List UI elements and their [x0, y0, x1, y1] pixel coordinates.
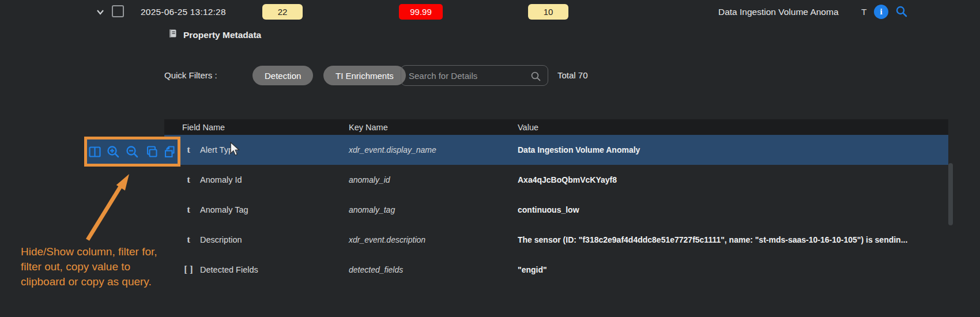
key-name: detected_fields: [349, 265, 518, 274]
table-header: Field Name Key Name Value: [164, 119, 948, 135]
field-name: Description: [200, 235, 242, 244]
copy-as-query-icon[interactable]: [162, 144, 178, 160]
text-type-icon: t: [183, 204, 194, 216]
annotation-arrow: [74, 169, 143, 246]
search-input-icon: [530, 70, 542, 82]
vertical-scrollbar-thumb[interactable]: [948, 163, 953, 225]
filter-out-zoom-out-icon[interactable]: [125, 144, 140, 160]
array-type-icon: [ ]: [183, 264, 194, 276]
field-name: Anomaly Id: [200, 175, 242, 184]
field-name: Anomaly Tag: [200, 205, 248, 214]
alert-severity-badge: 10: [528, 4, 568, 20]
key-name: anomaly_tag: [349, 205, 518, 214]
field-value: Axa4qJcBoQbmVcKYayf8: [518, 175, 948, 184]
alert-checkbox[interactable]: [112, 5, 124, 17]
book-icon: [167, 28, 178, 41]
key-name: xdr_event.description: [349, 235, 518, 244]
alert-timestamp: 2025-06-25 13:12:28: [141, 7, 226, 17]
col-header-field-name: Field Name: [164, 123, 349, 132]
hide-show-column-icon[interactable]: [87, 144, 103, 160]
field-name: Detected Fields: [200, 265, 258, 274]
table-row[interactable]: tAlert Type xdr_event.display_name Data …: [164, 135, 948, 165]
text-type-icon: t: [183, 234, 194, 246]
search-icon[interactable]: [895, 5, 909, 21]
panel-title: Property Metadata: [167, 28, 261, 41]
chevron-down-icon[interactable]: [95, 6, 106, 20]
filter-for-zoom-in-icon[interactable]: [106, 144, 122, 160]
total-count: Total 70: [557, 70, 588, 80]
key-name: anomaly_id: [349, 175, 518, 184]
copy-to-clipboard-icon[interactable]: [144, 144, 159, 160]
quick-filters-label: Quick Filters :: [164, 70, 217, 80]
details-search-input[interactable]: [401, 66, 548, 85]
info-icon[interactable]: i: [874, 5, 888, 19]
table-row[interactable]: [ ]Detected Fields detected_fields "engi…: [164, 255, 948, 285]
col-header-value: Value: [518, 123, 948, 132]
filter-pill-ti-enrichments[interactable]: TI Enrichments: [323, 66, 406, 85]
table-row[interactable]: tAnomaly Id anomaly_id Axa4qJcBoQbmVcKYa…: [164, 165, 948, 195]
table-row[interactable]: tDescription xdr_event.description The s…: [164, 225, 948, 255]
annotation-text: Hide/Show column, filter for, filter out…: [21, 244, 166, 289]
property-metadata-table: Field Name Key Name Value tAlert Type xd…: [164, 119, 948, 285]
col-header-key-name: Key Name: [349, 123, 518, 132]
text-type-icon: t: [183, 174, 194, 186]
text-type-icon: t: [183, 144, 194, 156]
field-value: continuous_low: [518, 205, 948, 214]
truncated-column-text: T: [861, 7, 866, 17]
alert-count-badge: 22: [262, 4, 303, 20]
row-actions-toolbox: [84, 137, 180, 167]
field-value: "engid": [518, 265, 948, 274]
key-name: xdr_event.display_name: [349, 145, 518, 154]
table-row[interactable]: tAnomaly Tag anomaly_tag continuous_low: [164, 195, 948, 225]
mouse-cursor: [228, 142, 241, 157]
panel-title-text: Property Metadata: [183, 30, 261, 40]
filter-pill-detection[interactable]: Detection: [252, 66, 313, 85]
field-value: The sensor (ID: "f318c2e9af4d4ddc8e51e77…: [518, 235, 948, 244]
details-search-box[interactable]: [401, 65, 548, 86]
field-value: Data Ingestion Volume Anomaly: [518, 145, 948, 154]
alert-score-badge: 99.99: [399, 4, 443, 20]
alert-name-text: Data Ingestion Volume Anoma: [718, 7, 862, 17]
